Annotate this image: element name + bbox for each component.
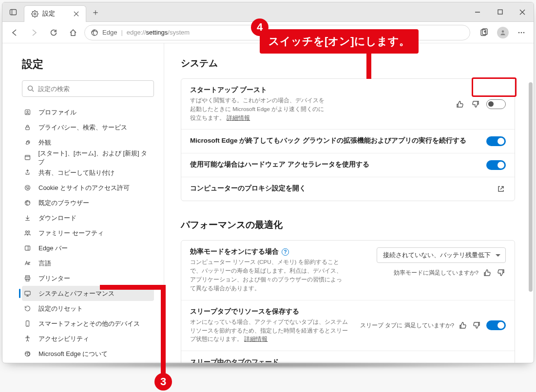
external-link-icon [496,184,506,194]
thumb-up-icon[interactable] [455,99,465,109]
sidebar-item-printer[interactable]: プリンター [22,271,154,286]
sidebar-item-label: ダウンロード [38,214,77,223]
svg-point-12 [521,32,522,33]
sidebar-item-edge[interactable]: Microsoft Edge について [22,346,154,361]
download-icon [24,214,33,222]
info-icon[interactable]: ? [282,248,289,256]
callout-4-badge: 4 [251,19,268,36]
maximize-button[interactable] [489,2,511,22]
minimize-button[interactable] [466,2,489,22]
thumb-down-icon[interactable] [472,320,481,330]
system-card: スタートアップ ブースト すばやく閲覧する。これがオンの場合、デバイスを起動した… [181,78,515,201]
svg-point-28 [28,188,29,188]
eff-desc: コンピューター リソース (CPU、メモリ) を節約することで、バッテリーの寿命… [190,258,346,293]
sidebar-item-label: プライバシー、検索、サービス [38,123,127,132]
thumb-down-icon[interactable] [496,268,506,278]
back-button[interactable] [6,25,23,40]
svg-point-27 [27,188,27,189]
sidebar-item-label: 共有、コピーして貼り付け [38,168,115,177]
settings-main: システム スタートアップ ブースト すばやく閲覧する。これがオンの場合、デバイス… [164,43,534,363]
svg-point-2 [34,13,36,15]
sidebar-item-label: プロファイル [38,108,77,117]
sidebar-item-browser[interactable]: 既定のブラウザー [22,195,154,210]
svg-rect-38 [26,279,29,281]
svg-rect-22 [25,155,30,160]
tabs-panel-icon[interactable] [2,8,24,16]
sidebar-item-lock[interactable]: プライバシー、検索、サービス [22,120,154,135]
sidebar-item-user[interactable]: プロファイル [22,105,154,120]
callout-4-text: スイッチを[オン]にします。 [260,29,419,54]
sidebar-item-label: [スタート]、[ホーム]、および [新規] タブ [38,149,150,167]
bg-title: Microsoft Edge が終了してもバック グラウンドの拡張機能およびアプ… [190,136,479,145]
sidebar-item-family[interactable]: ファミリー セーフティ [22,225,154,241]
sidebar-item-a11y[interactable]: アクセシビリティ [22,331,154,346]
bg-toggle[interactable] [486,136,506,146]
svg-point-24 [25,186,30,190]
thumb-up-icon[interactable] [482,268,492,278]
search-input[interactable] [38,85,149,93]
collections-icon[interactable] [476,25,493,40]
svg-point-26 [28,187,28,187]
close-icon[interactable] [74,11,79,17]
scrollbar[interactable] [527,43,534,363]
profile-avatar[interactable] [495,25,511,40]
sidebar-item-window[interactable]: [スタート]、[ホーム]、および [新規] タブ [22,150,154,165]
svg-point-32 [28,231,30,233]
row-proxy[interactable]: コンピューターのプロキシ設定を開く [181,177,515,201]
startup-details-link[interactable]: 詳細情報 [227,115,250,121]
edge-icon [91,29,98,37]
svg-rect-18 [26,127,30,130]
sidebar-item-sidebar[interactable]: Edge バー [22,241,154,256]
eff-feedback: 効率モードに満足していますか? [394,269,479,277]
efficiency-dropdown[interactable]: 接続されていない、バッテリ残量低下 [377,247,506,263]
lock-icon [24,124,33,131]
svg-point-44 [27,336,28,337]
window-icon [24,154,32,161]
sidebar-item-label: Edge バー [38,244,68,253]
share-icon [24,169,33,176]
thumb-down-icon[interactable] [471,99,480,109]
svg-rect-33 [25,246,30,250]
sidebar-item-label: 既定のブラウザー [38,199,89,207]
perf-card: 効率モードをオンにする場合? コンピューター リソース (CPU、メモリ) を節… [181,240,515,363]
a11y-icon [24,335,33,342]
browser-tab[interactable]: 設定 [24,5,86,22]
forward-button[interactable] [26,25,42,40]
phone-icon [24,320,33,327]
sleep-details-link[interactable]: 詳細情報 [244,336,268,342]
sidebar-item-cookie[interactable]: Cookie とサイトのアクセス許可 [22,180,154,195]
sidebar-item-system[interactable]: システムとパフォーマンス [22,286,154,301]
edge-icon [24,350,33,357]
brush-icon [24,139,33,146]
sidebar-item-label: ファミリー セーフティ [38,229,104,238]
sidebar-item-lang[interactable]: 言語 [22,256,154,271]
cookie-icon [24,184,33,191]
more-menu-button[interactable] [513,25,530,40]
settings-sidebar: 設定 プロファイルプライバシー、検索、サービス外観[スタート]、[ホーム]、およ… [2,43,164,363]
search-icon [27,85,34,92]
sidebar-item-phone[interactable]: スマートフォンとその他のデバイス [22,316,154,331]
sleep-toggle[interactable] [486,320,506,330]
new-tab-button[interactable]: ＋ [91,8,100,17]
tab-title: 設定 [42,10,55,18]
hw-title: 使用可能な場合はハードウェア アクセラレータを使用する [190,160,479,169]
user-icon [24,109,33,116]
row-hardware-accel: 使用可能な場合はハードウェア アクセラレータを使用する [181,153,515,177]
gear-icon [31,10,38,18]
sidebar-item-reset[interactable]: 設定のリセット [22,301,154,316]
sidebar-item-brush[interactable]: 外観 [22,135,154,150]
startup-toggle[interactable] [486,99,506,109]
sidebar-item-label: 外観 [38,138,51,147]
home-button[interactable] [65,25,81,40]
thumb-up-icon[interactable] [458,320,468,330]
close-window-button[interactable] [511,2,534,22]
sidebar-item-share[interactable]: 共有、コピーして貼り付け [22,165,154,180]
refresh-button[interactable] [45,25,62,40]
hw-toggle[interactable] [486,160,506,170]
sidebar-item-download[interactable]: ダウンロード [22,210,154,225]
eff-title: 効率モードをオンにする場合? [190,247,369,256]
sidebar-item-label: スマートフォンとその他のデバイス [38,319,140,328]
settings-search[interactable] [22,80,154,97]
svg-point-11 [518,32,520,33]
svg-point-10 [502,30,504,33]
